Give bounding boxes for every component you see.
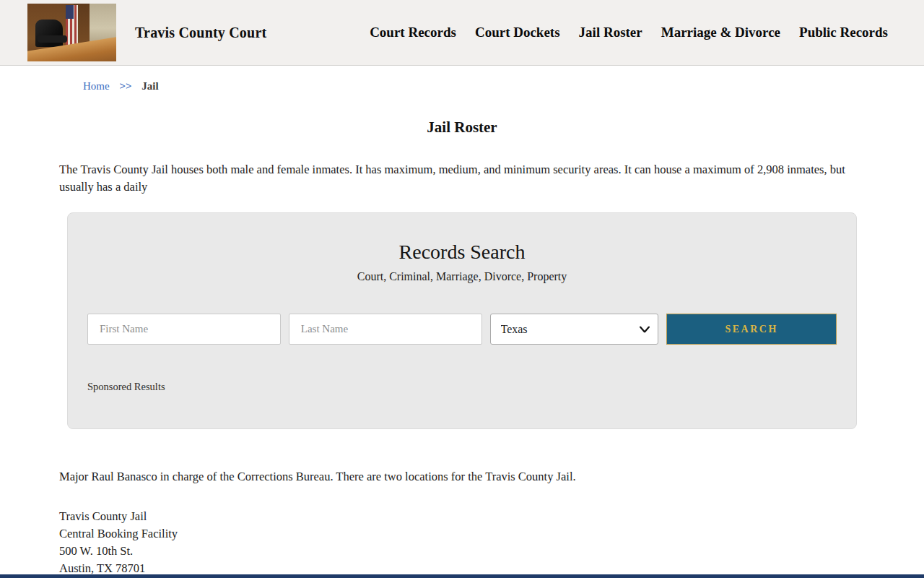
site-header: Travis County Court Court Records Court … bbox=[0, 0, 924, 66]
address-line-street: 500 W. 10th St. bbox=[59, 543, 865, 560]
nav-item-public-records[interactable]: Public Records bbox=[799, 25, 888, 40]
state-select-wrap: Texas bbox=[490, 314, 659, 345]
site-logo-courtroom-photo bbox=[27, 4, 116, 61]
records-search-panel: Records Search Court, Criminal, Marriage… bbox=[67, 212, 857, 429]
page-title: Jail Roster bbox=[59, 118, 865, 137]
intro-paragraph: The Travis County Jail houses both male … bbox=[59, 161, 865, 196]
site-title: Travis County Court bbox=[135, 25, 266, 41]
jail-address-block: Travis County Jail Central Booking Facil… bbox=[59, 508, 865, 577]
footer-bar bbox=[0, 574, 924, 578]
main-content: Home >> Jail Jail Roster The Travis Coun… bbox=[0, 80, 924, 578]
logo-chair-arm bbox=[38, 35, 68, 43]
nav-item-marriage-divorce[interactable]: Marriage & Divorce bbox=[661, 25, 780, 40]
search-button[interactable]: SEARCH bbox=[666, 314, 837, 345]
records-search-title: Records Search bbox=[87, 241, 837, 264]
breadcrumb-home-link[interactable]: Home bbox=[83, 80, 110, 92]
state-select[interactable]: Texas bbox=[490, 314, 659, 345]
nav-item-jail-roster[interactable]: Jail Roster bbox=[579, 25, 642, 40]
breadcrumb: Home >> Jail bbox=[83, 80, 865, 92]
main-nav: Court Records Court Dockets Jail Roster … bbox=[370, 25, 888, 40]
breadcrumb-current: Jail bbox=[141, 80, 158, 92]
address-line-name: Travis County Jail bbox=[59, 508, 865, 525]
records-search-subtitle: Court, Criminal, Marriage, Divorce, Prop… bbox=[87, 270, 837, 283]
logo-judge-chair bbox=[35, 20, 63, 47]
sponsored-results-label: Sponsored Results bbox=[87, 381, 837, 393]
logo-flag-canton bbox=[66, 5, 74, 19]
nav-item-court-records[interactable]: Court Records bbox=[370, 25, 456, 40]
nav-item-court-dockets[interactable]: Court Dockets bbox=[475, 25, 560, 40]
last-name-input[interactable] bbox=[289, 314, 482, 345]
breadcrumb-separator: >> bbox=[119, 80, 131, 92]
address-line-facility: Central Booking Facility bbox=[59, 525, 865, 543]
first-name-input[interactable] bbox=[87, 314, 281, 345]
search-form-row: Texas SEARCH bbox=[87, 314, 837, 345]
corrections-bureau-text: Major Raul Banasco in charge of the Corr… bbox=[59, 470, 865, 484]
